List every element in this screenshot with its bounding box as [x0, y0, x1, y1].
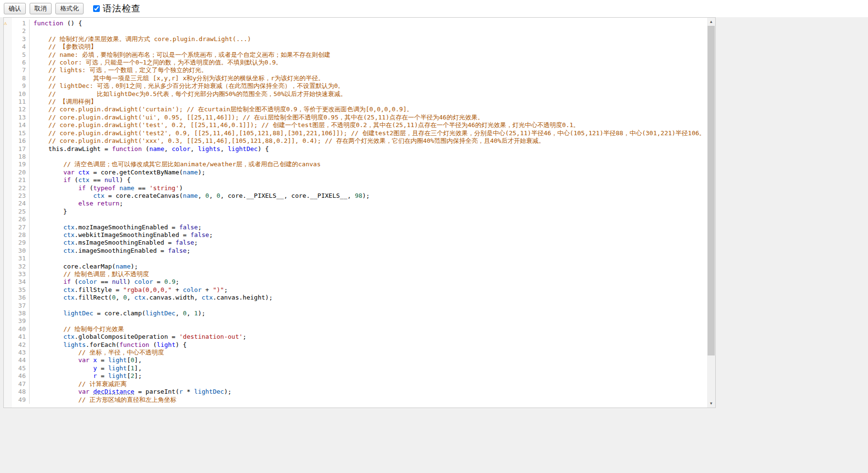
line-gutter: 8 — [4, 75, 30, 82]
code-token: lights — [198, 145, 220, 152]
code-line[interactable]: 27 ctx.mozImageSmoothingEnabled = false; — [4, 224, 707, 231]
code-line[interactable]: 10 // 比如lightDec为0.5代表，每个灯光部分内圈50%的范围全亮，… — [4, 90, 707, 98]
code-editor[interactable]: ⚠1function () {23 // 绘制灯光/漆黑层效果。调用方式 cor… — [3, 17, 716, 408]
code-token — [33, 325, 64, 333]
code-line[interactable]: 42 lights.forEach(function (light) { — [4, 341, 707, 349]
code-token: ) { — [258, 145, 269, 152]
code-line[interactable]: 24 else return; — [4, 200, 707, 207]
code-line[interactable]: 36 ctx.fillRect(0, 0, ctx.canvas.width, … — [4, 294, 707, 301]
code-line[interactable]: 19 // 清空色调层；也可以修改成其它层比如animate/weather层，… — [4, 161, 707, 168]
code-line[interactable]: ⚠1function () { — [4, 20, 707, 27]
code-line[interactable]: 38 lightDec = core.clamp(lightDec, 0, 1)… — [4, 310, 707, 317]
code-token: = — [97, 365, 108, 372]
code-line[interactable]: 43 // 坐标，半径，中心不透明度 — [4, 349, 707, 356]
line-number: 28 — [18, 231, 26, 238]
code-line[interactable]: 2 — [4, 27, 707, 35]
code-line[interactable]: 33 // 绘制色调层，默认不透明度 — [4, 270, 707, 278]
code-line[interactable]: 35 ctx.fillStyle = "rgba(0,0,0," + color… — [4, 286, 707, 294]
line-gutter: 45 — [4, 365, 30, 372]
code-token: ; — [187, 247, 191, 254]
code-line[interactable]: 26 — [4, 215, 707, 223]
line-number: 20 — [18, 169, 26, 176]
line-number: 33 — [18, 270, 26, 278]
code-line[interactable]: 41 ctx.globalCompositeOperation = 'desti… — [4, 333, 707, 341]
code-token: ) — [179, 184, 183, 192]
code-line[interactable]: 13 // core.plugin.drawLight('ui', 0.95, … — [4, 114, 707, 121]
code-token: if — [64, 278, 71, 285]
code-line[interactable]: 48 var decDistance = parseInt(r * lightD… — [4, 388, 707, 396]
warning-icon[interactable]: ⚠ — [4, 20, 11, 27]
line-gutter: 40 — [4, 325, 30, 333]
line-gutter: 21 — [4, 176, 30, 184]
line-number: 3 — [22, 35, 26, 43]
code-token: ; — [175, 278, 179, 285]
confirm-button[interactable]: 确认 — [4, 3, 26, 14]
code-token: // core.plugin.drawLight('test2', 0.9, [… — [48, 129, 705, 137]
code-line[interactable]: 21 if (ctx == null) { — [4, 176, 707, 184]
line-number: 41 — [18, 333, 26, 340]
line-number: 32 — [18, 263, 26, 270]
format-button[interactable]: 格式化 — [55, 3, 84, 14]
line-number: 30 — [18, 247, 26, 254]
code-token: lightDec — [228, 145, 258, 152]
cancel-button[interactable]: 取消 — [30, 3, 52, 14]
code-line[interactable]: 44 var x = light[0], — [4, 356, 707, 364]
code-line[interactable]: 46 r = light[2]; — [4, 372, 707, 380]
code-token: ; — [224, 286, 228, 293]
code-line[interactable]: 3 // 绘制灯光/漆黑层效果。调用方式 core.plugin.drawLig… — [4, 35, 707, 43]
code-line[interactable]: 49 // 正方形区域的直径和左上角坐标 — [4, 396, 707, 404]
code-line[interactable]: 18 — [4, 153, 707, 161]
code-token: 0.9 — [164, 278, 175, 285]
code-token — [33, 380, 78, 387]
code-line[interactable]: 25 } — [4, 208, 707, 215]
line-number: 39 — [18, 317, 26, 324]
code-line[interactable]: 28 ctx.webkitImageSmoothingEnabled = fal… — [4, 231, 707, 239]
vertical-scrollbar[interactable]: ▲ ▼ — [707, 18, 715, 408]
code-line[interactable]: 11 // 【调用样例】 — [4, 98, 707, 106]
code-token: if — [78, 184, 86, 192]
scroll-up-icon[interactable]: ▲ — [707, 18, 715, 26]
code-token: , — [164, 145, 172, 152]
code-token: // core.plugin.drawLight('test', 0.2, [[… — [48, 121, 579, 129]
code-line[interactable]: 17 this.drawLight = function (name, colo… — [4, 145, 707, 153]
code-token — [116, 184, 119, 192]
code-line[interactable]: 47 // 计算衰减距离 — [4, 380, 707, 388]
code-token — [33, 98, 48, 105]
code-line[interactable]: 9 // lightDec: 可选，0到1之间，光从多少百分比才开始衰减（在此范… — [4, 82, 707, 90]
line-gutter: 41 — [4, 333, 30, 341]
code-line[interactable]: 7 // lights: 可选，一个数组，定义了每个独立的灯光。 — [4, 66, 707, 74]
code-line[interactable]: 37 — [4, 302, 707, 310]
code-token — [33, 341, 64, 348]
code-line[interactable]: 14 // core.plugin.drawLight('test', 0.2,… — [4, 121, 707, 129]
code-line[interactable]: 22 if (typeof name == 'string') — [4, 184, 707, 192]
code-line[interactable]: 4 // 【参数说明】 — [4, 43, 707, 51]
syntax-check-checkbox[interactable] — [93, 5, 100, 12]
code-line[interactable]: 40 // 绘制每个灯光效果 — [4, 325, 707, 333]
code-line[interactable]: 6 // color: 可选，只能是一个0~1之间的数，为不透明度的值。不填则默… — [4, 59, 707, 66]
code-line[interactable]: 34 if (color == null) color = 0.9; — [4, 278, 707, 286]
code-token: ( — [86, 184, 94, 192]
code-line[interactable]: 16 // core.plugin.drawLight('xxx', 0.3, … — [4, 137, 707, 145]
code-line[interactable]: 32 core.clearMap(name); — [4, 263, 707, 270]
code-token — [33, 129, 48, 137]
line-number: 42 — [18, 341, 26, 348]
code-token: // lights: 可选，一个数组，定义了每个独立的灯光。 — [48, 66, 207, 74]
code-line[interactable]: 30 ctx.imageSmoothingEnabled = false; — [4, 247, 707, 255]
code-line[interactable]: 8 // 其中每一项是三元组 [x,y,r] x和y分别为该灯光的横纵坐标，r为… — [4, 75, 707, 82]
code-line[interactable]: 23 ctx = core.createCanvas(name, 0, 0, c… — [4, 192, 707, 200]
code-line[interactable]: 45 y = light[1], — [4, 365, 707, 372]
line-number: 7 — [22, 66, 26, 74]
code-line[interactable]: 31 — [4, 255, 707, 262]
code-line[interactable]: 20 var ctx = core.getContextByName(name)… — [4, 169, 707, 176]
code-token: .webkitImageSmoothingEnabled = — [74, 231, 191, 238]
scroll-down-icon[interactable]: ▼ — [707, 399, 715, 408]
code-token — [33, 388, 78, 395]
line-gutter: 18 — [4, 153, 30, 161]
code-token: = — [97, 356, 108, 364]
code-line[interactable]: 15 // core.plugin.drawLight('test2', 0.9… — [4, 129, 707, 137]
code-line[interactable]: 12 // core.plugin.drawLight('curtain'); … — [4, 106, 707, 113]
code-line[interactable]: 5 // name: 必填，要绘制到的画布名；可以是一个系统画布，或者是个自定义… — [4, 51, 707, 59]
code-line[interactable]: 39 — [4, 317, 707, 325]
code-line[interactable]: 29 ctx.msImageSmoothingEnabled = false; — [4, 239, 707, 247]
scroll-thumb[interactable] — [708, 26, 715, 355]
